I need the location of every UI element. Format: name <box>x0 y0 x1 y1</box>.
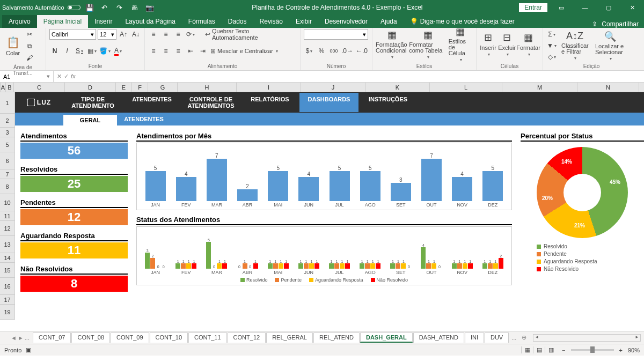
fill-icon[interactable]: ▼ <box>546 40 557 51</box>
sheet-tab[interactable]: CONT_09 <box>111 333 149 343</box>
tab-file[interactable]: Arquivo <box>2 15 37 28</box>
cancel-formula-icon[interactable]: ✕ <box>57 73 62 80</box>
formula-input[interactable] <box>79 71 644 82</box>
tab-formulas[interactable]: Fórmulas <box>182 15 222 28</box>
tab-developer[interactable]: Desenvolvedor <box>318 15 374 28</box>
nav-item[interactable]: INSTRUÇÕES <box>358 93 418 112</box>
cell-styles-button[interactable]: ▦Estilos de Célula <box>448 29 473 59</box>
sheet-tab[interactable]: REL_ATEND <box>313 333 360 343</box>
tab-home[interactable]: Página Inicial <box>37 15 88 28</box>
column-header[interactable]: J <box>301 83 365 92</box>
increase-indent-icon[interactable]: ⇥ <box>197 46 208 56</box>
sheet-tab[interactable]: DUV <box>485 333 509 343</box>
clear-icon[interactable]: ◇ <box>546 51 557 62</box>
subnav-atendentes[interactable]: ATENDENTES <box>117 113 171 125</box>
copy-icon[interactable]: ⧉ <box>24 41 35 51</box>
enter-formula-icon[interactable]: ✓ <box>64 73 69 80</box>
zoom-level[interactable]: 90% <box>628 347 640 353</box>
macro-record-icon[interactable]: ▣ <box>26 346 31 353</box>
align-center-icon[interactable]: ≡ <box>160 46 171 56</box>
row-header[interactable]: 13 <box>0 236 14 253</box>
row-header[interactable]: 3 <box>0 128 14 137</box>
cut-icon[interactable]: ✂ <box>24 29 35 40</box>
sheet-tab[interactable]: INI <box>465 333 484 343</box>
page-break-view-icon[interactable]: ▥ <box>545 346 557 353</box>
nav-item[interactable]: DASHBOARDS <box>299 93 358 112</box>
paste-button[interactable]: 📋 Colar <box>3 31 23 61</box>
column-header[interactable]: I <box>237 83 301 92</box>
zoom-in-icon[interactable]: + <box>619 347 623 353</box>
row-header[interactable]: 16 <box>0 278 14 295</box>
nav-item[interactable]: RELATÓRIOS <box>240 93 299 112</box>
find-select-button[interactable]: 🔍Localizar e Selecionar <box>592 31 628 61</box>
column-header[interactable]: M <box>502 83 577 92</box>
column-header[interactable]: K <box>365 83 430 92</box>
sheet-nav-first-icon[interactable]: ◄ <box>11 335 17 341</box>
column-header[interactable]: C <box>14 83 65 92</box>
row-header[interactable]: 11 <box>0 211 14 221</box>
sheet-more-icon[interactable]: ... <box>511 335 516 341</box>
row-header[interactable]: 1 <box>0 92 14 114</box>
row-header[interactable]: 15 <box>0 263 14 278</box>
percent-format-icon[interactable]: % <box>316 46 327 56</box>
row-header[interactable]: 19 <box>0 305 14 320</box>
delete-cells-button[interactable]: ⊟Excluir <box>498 29 516 59</box>
decrease-indent-icon[interactable]: ⇤ <box>185 46 196 56</box>
merge-button[interactable]: ⊞ Mesclar e Centralizar <box>210 46 279 56</box>
row-header[interactable]: 17 <box>0 295 14 305</box>
name-box[interactable]: A1▾ <box>0 71 54 82</box>
row-header[interactable]: 7 <box>0 169 14 179</box>
sheet-tab[interactable]: DASH_GERAL <box>360 333 413 343</box>
font-size-select[interactable]: 12▾ <box>98 29 116 40</box>
sheet-tab[interactable]: CONT_10 <box>150 333 188 343</box>
minimize-icon[interactable]: — <box>575 0 595 15</box>
align-left-icon[interactable]: ≡ <box>148 46 159 56</box>
align-right-icon[interactable]: ≡ <box>173 46 184 56</box>
save-icon[interactable]: 💾 <box>84 2 96 13</box>
format-cells-button[interactable]: ▦Formatar <box>517 29 539 59</box>
maximize-icon[interactable]: ▢ <box>599 0 618 15</box>
camera-icon[interactable]: 📷 <box>144 2 156 13</box>
zoom-out-icon[interactable]: − <box>562 347 565 353</box>
column-header[interactable]: G <box>148 83 178 92</box>
nav-item[interactable]: TIPO DE ATENDIMENTO <box>63 93 122 112</box>
format-painter-icon[interactable]: 🖌 <box>24 53 35 63</box>
normal-view-icon[interactable]: ▦ <box>521 346 533 353</box>
row-header[interactable]: 14 <box>0 253 14 263</box>
sheet-nav-last-icon[interactable]: ► <box>18 335 24 341</box>
autosum-icon[interactable]: Σ <box>546 29 557 40</box>
sheet-tab[interactable]: CONT_08 <box>71 333 110 343</box>
horizontal-scrollbar[interactable] <box>533 334 641 342</box>
row-header[interactable]: 2 <box>0 114 14 128</box>
row-header[interactable]: 8 <box>0 179 14 194</box>
tab-review[interactable]: Revisão <box>253 15 289 28</box>
ribbon-options-icon[interactable]: ▭ <box>552 0 571 15</box>
share-button[interactable]: Compartilhar <box>602 20 639 28</box>
sheet-tab[interactable]: REL_GERAL <box>266 333 313 343</box>
orientation-icon[interactable]: ⟳ <box>185 29 196 40</box>
page-layout-view-icon[interactable]: ▤ <box>533 346 545 353</box>
comma-format-icon[interactable]: 000 <box>328 46 339 56</box>
undo-icon[interactable]: ↶ <box>99 2 111 13</box>
format-as-table-button[interactable]: ▦Formatar como Tabela <box>409 29 446 59</box>
tab-view[interactable]: Exibir <box>289 15 318 28</box>
signin-button[interactable]: Entrar <box>519 3 547 12</box>
decrease-font-icon[interactable]: A↓ <box>130 29 141 40</box>
conditional-formatting-button[interactable]: ▦Formatação Condicional <box>376 29 408 59</box>
subnav-geral[interactable]: GERAL <box>63 115 117 125</box>
increase-font-icon[interactable]: A↑ <box>118 29 129 40</box>
nav-item[interactable]: CONTROLE DE ATENDIMENTOS <box>181 93 240 112</box>
tab-data[interactable]: Dados <box>222 15 253 28</box>
sheet-tab[interactable]: CONT_07 <box>33 333 71 343</box>
column-header[interactable]: L <box>430 83 502 92</box>
sheet-tab[interactable]: CONT_12 <box>228 333 266 343</box>
column-header[interactable]: N <box>577 83 639 92</box>
sort-filter-button[interactable]: A↕ZClassificar e Filtrar <box>559 31 591 61</box>
sheet-tab[interactable]: DASH_ATEND <box>413 333 464 343</box>
increase-decimal-icon[interactable]: .0→ <box>341 46 354 56</box>
sheet-ellipsis[interactable]: ... <box>25 335 30 341</box>
redo-icon[interactable]: ↷ <box>114 2 126 13</box>
fx-icon[interactable]: fx <box>71 73 76 80</box>
row-header[interactable]: 6 <box>0 152 14 169</box>
nav-item[interactable]: ATENDENTES <box>122 93 181 112</box>
